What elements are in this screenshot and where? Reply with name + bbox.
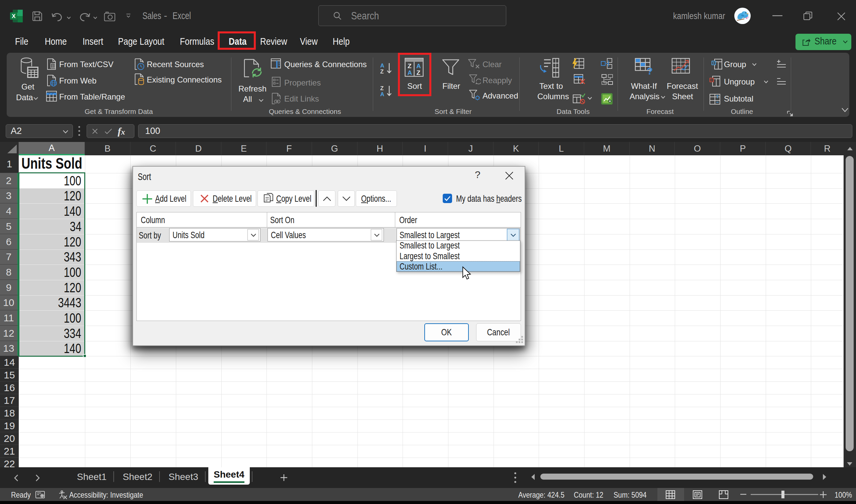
svg-text:A: A bbox=[380, 62, 384, 69]
svg-text:?: ? bbox=[647, 66, 653, 74]
svg-text:X: X bbox=[12, 13, 16, 19]
svg-text:Z: Z bbox=[380, 69, 383, 74]
svg-text:A: A bbox=[380, 91, 384, 97]
svg-text:Z: Z bbox=[380, 85, 383, 91]
